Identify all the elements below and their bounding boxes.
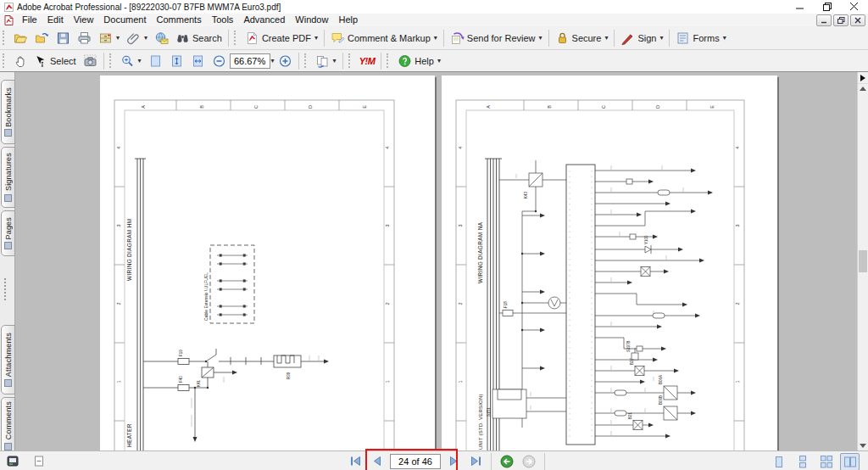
fit-page-button[interactable] (166, 51, 187, 71)
menu-view[interactable]: View (69, 14, 99, 26)
menu-document[interactable]: Document (98, 14, 151, 26)
actual-size-button[interactable] (145, 51, 166, 71)
search-button[interactable]: Search (172, 28, 225, 48)
dropdown-arrow-icon: ▾ (434, 34, 437, 42)
window-close-button[interactable] (841, 0, 868, 14)
svg-text:3: 3 (116, 224, 121, 227)
vertical-scrollbar[interactable] (857, 72, 868, 451)
dropdown-arrow-icon: ▾ (144, 34, 147, 42)
menu-advanced[interactable]: Advanced (238, 14, 290, 26)
converter-b06b-label: B06B (659, 395, 663, 405)
pdf-page-right[interactable]: A B C D E 4 3 2 1 4 3 2 1 WIRING DI (442, 76, 777, 451)
save-button[interactable] (53, 28, 74, 48)
document-pane[interactable]: A B C D E 4 3 2 1 4 3 2 1 WIRING DI (14, 72, 858, 451)
comment-markup-button[interactable]: Comment & Markup▾ (327, 28, 441, 48)
hand-tool-button[interactable] (10, 51, 31, 71)
last-page-button[interactable] (466, 452, 485, 470)
single-page-button[interactable] (769, 453, 788, 470)
menu-comments[interactable]: Comments (152, 14, 207, 26)
open-button[interactable] (10, 28, 31, 48)
window-minimize-button[interactable] (787, 0, 814, 14)
continuous-facing-button[interactable] (816, 453, 836, 470)
scroll-up-button[interactable] (858, 83, 868, 94)
file-drawer-icon (98, 31, 113, 45)
organizer-open-button[interactable] (31, 28, 53, 48)
select-tool-button[interactable]: Select (31, 51, 80, 71)
arrow-down-icon (860, 444, 866, 448)
snapshot-tool-button[interactable] (80, 51, 101, 71)
menu-edit[interactable]: Edit (42, 14, 69, 26)
file-tasks-toolbar: ▾ ▾ Search Create PDF▾ Comment & Markup▾… (0, 26, 868, 50)
next-page-button[interactable] (444, 452, 463, 470)
continuous-button[interactable] (793, 453, 812, 470)
pdf-page-left[interactable]: A B C D E 4 3 2 1 4 3 2 1 WIRING DI (100, 76, 435, 451)
secure-button[interactable]: Secure▾ (552, 28, 612, 48)
email-button[interactable] (151, 28, 172, 48)
facing-button[interactable] (840, 453, 860, 470)
document-minimize-button[interactable] (816, 14, 832, 26)
pane-resize-handle[interactable] (4, 278, 11, 300)
page-display-button[interactable]: ▾ (312, 51, 340, 71)
toolbar-grip[interactable] (109, 53, 114, 68)
yahoo-toolbar-button[interactable]: Y!M (356, 51, 379, 71)
hand-icon (14, 54, 28, 68)
zoom-out-button[interactable] (209, 51, 230, 71)
previous-view-button[interactable] (498, 452, 516, 470)
page-options-button[interactable] (34, 456, 44, 467)
sign-label: Sign (637, 33, 656, 43)
sidebar-tab-pages[interactable]: Pages (1, 210, 15, 256)
page-options-icon (34, 456, 44, 467)
forms-button[interactable]: Forms▾ (672, 28, 729, 48)
sidebar-tab-signatures[interactable]: Signatures (1, 147, 15, 208)
toolbar-separator (614, 30, 615, 47)
right-page-title: WIRING DIAGRAM NA (477, 221, 483, 283)
help-label: Help (415, 56, 434, 66)
document-restore-button[interactable] (833, 14, 849, 26)
help-icon (398, 54, 412, 68)
pane-expand-button[interactable] (858, 72, 868, 84)
next-page-icon (449, 456, 458, 466)
fuse-f40-label: F40 (179, 376, 183, 383)
create-pdf-button[interactable]: Create PDF▾ (242, 28, 321, 48)
send-review-icon (450, 31, 465, 45)
window-restore-button[interactable] (814, 0, 841, 14)
toolbar-separator (669, 30, 670, 47)
toolbar-grip[interactable] (348, 53, 353, 68)
menu-file[interactable]: File (17, 14, 42, 26)
search-label: Search (192, 33, 222, 43)
single-page-icon (772, 456, 786, 468)
sidebar-tab-bookmarks[interactable]: Bookmarks (1, 80, 15, 144)
sidebar-tab-comments[interactable]: Comments (1, 397, 15, 455)
send-for-review-button[interactable]: Send for Review▾ (447, 28, 546, 48)
first-page-button[interactable] (346, 452, 364, 470)
resistor-r39-label: R39 (287, 372, 291, 379)
dropdown-arrow-icon: ▾ (604, 34, 608, 42)
toolbar-grip[interactable] (3, 53, 7, 68)
previous-page-button[interactable] (368, 452, 387, 470)
help-button[interactable]: Help▾ (394, 51, 444, 71)
toolbar-grip[interactable] (234, 31, 238, 45)
print-button[interactable] (74, 28, 95, 48)
menu-help[interactable]: Help (333, 14, 363, 26)
dropdown-arrow-icon: ▾ (138, 57, 142, 64)
toolbar-grip[interactable] (304, 53, 309, 68)
sign-button[interactable]: Sign▾ (617, 28, 666, 48)
fuse-f19-label: F19 (179, 350, 183, 356)
zoom-tool-button[interactable]: ▾ (117, 51, 145, 71)
toolbar-grip[interactable] (387, 53, 391, 68)
svg-text:1: 1 (385, 380, 390, 383)
menu-window[interactable]: Window (290, 14, 333, 26)
export-button[interactable]: ▾ (95, 28, 123, 48)
attach-button[interactable]: ▾ (123, 28, 151, 48)
zoom-in-button[interactable] (275, 51, 296, 71)
fit-width-button[interactable] (187, 51, 209, 71)
toolbar-grip[interactable] (3, 31, 7, 45)
zoom-level-input[interactable] (230, 53, 270, 69)
next-view-button[interactable] (520, 452, 538, 470)
menu-tools[interactable]: Tools (207, 14, 239, 26)
document-close-button[interactable] (850, 14, 865, 26)
page-number-input[interactable] (390, 454, 441, 469)
sidebar-tab-attachments[interactable]: Attachments (1, 325, 15, 394)
scrollbar-thumb[interactable] (859, 250, 867, 272)
document-status-button[interactable] (7, 456, 19, 467)
